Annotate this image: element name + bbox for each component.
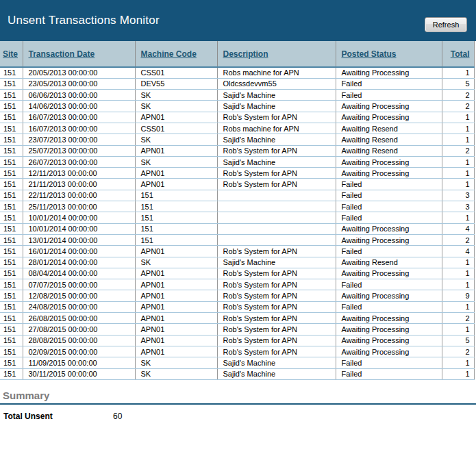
cell-site: 151	[0, 268, 23, 279]
cell-posted-status: Awaiting Processing	[336, 234, 442, 245]
column-header-site[interactable]: Site	[0, 41, 23, 67]
cell-description	[217, 234, 336, 245]
column-header-label: Machine Code	[141, 49, 197, 59]
app-root: { "header": { "title": "Unsent Transacti…	[0, 0, 476, 456]
cell-transaction-date: 12/08/2015 00:00:00	[23, 290, 135, 301]
cell-total: 1	[442, 123, 474, 134]
cell-machine-code: APN01	[135, 145, 217, 156]
cell-machine-code: APN01	[135, 335, 217, 346]
table-row: 15122/11/2013 00:00:00151Failed3	[0, 190, 474, 201]
cell-total: 4	[442, 246, 474, 257]
cell-transaction-date: 28/08/2015 00:00:00	[23, 335, 135, 346]
cell-description: Rob's System for APN	[217, 268, 336, 279]
table-row: 15126/08/2015 00:00:00APN01Rob's System …	[0, 313, 474, 324]
cell-total: 2	[442, 90, 474, 101]
cell-posted-status: Awaiting Processing	[336, 67, 442, 78]
table-row: 15116/07/2013 00:00:00CSS01Robs machine …	[0, 123, 474, 134]
cell-machine-code: APN01	[135, 324, 217, 335]
cell-site: 151	[0, 168, 23, 179]
cell-posted-status: Awaiting Resend	[336, 257, 442, 268]
cell-description: Sajid's Machine	[217, 90, 336, 101]
cell-site: 151	[0, 90, 23, 101]
cell-machine-code: APN01	[135, 268, 217, 279]
cell-transaction-date: 02/09/2015 00:00:00	[23, 346, 135, 357]
table-row: 15112/08/2015 00:00:00APN01Rob's System …	[0, 290, 474, 301]
cell-machine-code: APN01	[135, 346, 217, 357]
cell-machine-code: SK	[135, 257, 217, 268]
cell-site: 151	[0, 101, 23, 112]
table-row: 15114/06/2013 00:00:00SKSajid's MachineA…	[0, 101, 474, 112]
table-row: 15124/08/2015 00:00:00APN01Rob's System …	[0, 301, 474, 312]
cell-posted-status: Failed	[336, 301, 442, 312]
summary-heading: Summary	[3, 390, 476, 401]
cell-total: 2	[442, 145, 474, 156]
cell-description: Sajid's Machine	[217, 368, 336, 379]
refresh-button[interactable]: Refresh	[425, 17, 467, 32]
cell-transaction-date: 08/04/2014 00:00:00	[23, 268, 135, 279]
cell-machine-code: SK	[135, 101, 217, 112]
cell-posted-status: Failed	[336, 190, 442, 201]
cell-description: Oldcssdevvm55	[217, 78, 336, 89]
cell-machine-code: SK	[135, 90, 217, 101]
cell-posted-status: Awaiting Processing	[336, 335, 442, 346]
cell-posted-status: Awaiting Processing	[336, 168, 442, 179]
cell-machine-code: CSS01	[135, 67, 217, 78]
cell-total: 1	[442, 268, 474, 279]
total-unsent-label: Total Unsent	[3, 411, 113, 421]
cell-site: 151	[0, 179, 23, 190]
table-row: 15113/01/2014 00:00:00151Awaiting Proces…	[0, 234, 474, 245]
cell-machine-code: APN01	[135, 290, 217, 301]
cell-transaction-date: 28/01/2014 00:00:00	[23, 257, 135, 268]
cell-transaction-date: 07/07/2015 00:00:00	[23, 279, 135, 290]
cell-site: 151	[0, 201, 23, 212]
column-header-total[interactable]: Total	[442, 41, 474, 67]
table-header-row: SiteTransaction DateMachine CodeDescript…	[0, 41, 474, 67]
cell-total: 1	[442, 368, 474, 379]
table-row: 15125/11/2013 00:00:00151Failed3	[0, 201, 474, 212]
cell-machine-code: APN01	[135, 279, 217, 290]
cell-site: 151	[0, 301, 23, 312]
table-row: 15123/05/2013 00:00:00DEV55Oldcssdevvm55…	[0, 78, 474, 89]
cell-total: 2	[442, 313, 474, 324]
cell-transaction-date: 23/05/2013 00:00:00	[23, 78, 135, 89]
cell-total: 3	[442, 190, 474, 201]
cell-transaction-date: 22/11/2013 00:00:00	[23, 190, 135, 201]
cell-total: 1	[442, 301, 474, 312]
column-header-machine-code[interactable]: Machine Code	[135, 41, 217, 67]
cell-description: Rob's System for APN	[217, 179, 336, 190]
column-header-description[interactable]: Description	[217, 41, 336, 67]
column-header-transaction-date[interactable]: Transaction Date	[23, 41, 135, 67]
cell-site: 151	[0, 78, 23, 89]
cell-site: 151	[0, 156, 23, 167]
cell-site: 151	[0, 290, 23, 301]
cell-transaction-date: 20/05/2013 00:00:00	[23, 67, 135, 78]
cell-description: Rob's System for APN	[217, 313, 336, 324]
cell-total: 1	[442, 324, 474, 335]
cell-transaction-date: 10/01/2014 00:00:00	[23, 212, 135, 223]
cell-transaction-date: 14/06/2013 00:00:00	[23, 101, 135, 112]
cell-description: Rob's System for APN	[217, 335, 336, 346]
cell-transaction-date: 23/07/2013 00:00:00	[23, 134, 135, 145]
cell-transaction-date: 26/08/2015 00:00:00	[23, 313, 135, 324]
cell-machine-code: APN01	[135, 246, 217, 257]
table-row: 15106/06/2013 00:00:00SKSajid's MachineF…	[0, 90, 474, 101]
cell-posted-status: Failed	[336, 279, 442, 290]
cell-description	[217, 201, 336, 212]
cell-total: 1	[442, 357, 474, 368]
cell-transaction-date: 21/11/2013 00:00:00	[23, 179, 135, 190]
column-header-posted-status[interactable]: Posted Status	[336, 41, 442, 67]
cell-description: Sajid's Machine	[217, 134, 336, 145]
cell-transaction-date: 16/07/2013 00:00:00	[23, 123, 135, 134]
cell-transaction-date: 06/06/2013 00:00:00	[23, 90, 135, 101]
table-row: 15121/11/2013 00:00:00APN01Rob's System …	[0, 179, 474, 190]
cell-total: 1	[442, 168, 474, 179]
table-row: 15102/09/2015 00:00:00APN01Rob's System …	[0, 346, 474, 357]
cell-machine-code: APN01	[135, 179, 217, 190]
cell-description: Rob's System for APN	[217, 145, 336, 156]
cell-transaction-date: 16/01/2014 00:00:00	[23, 246, 135, 257]
cell-description: Rob's System for APN	[217, 346, 336, 357]
cell-site: 151	[0, 212, 23, 223]
column-header-label: Transaction Date	[29, 49, 95, 59]
cell-posted-status: Failed	[336, 78, 442, 89]
cell-description: Rob's System for APN	[217, 279, 336, 290]
